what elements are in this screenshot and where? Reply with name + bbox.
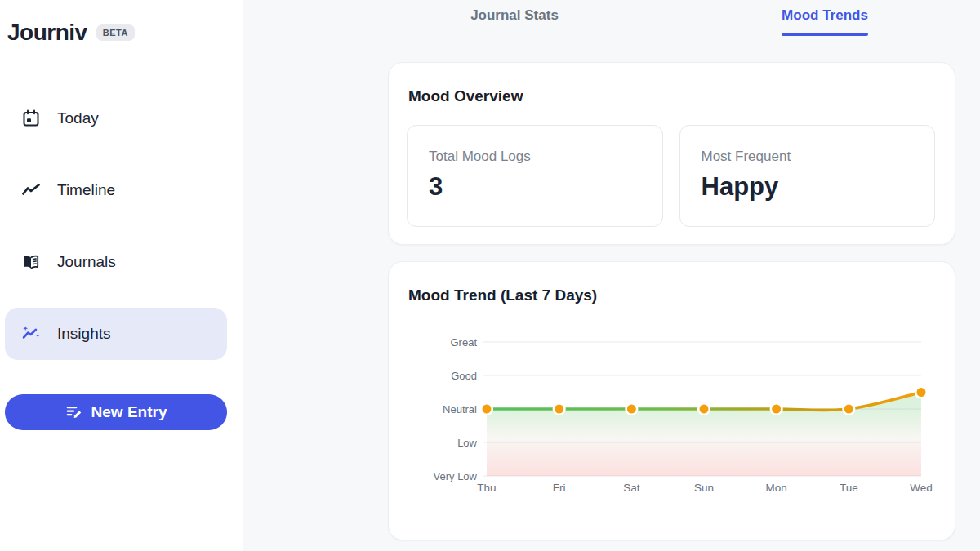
tab-mood-trends[interactable]: Mood Trends: [670, 0, 980, 42]
x-tick-label: Sun: [694, 482, 714, 494]
trend-point: [844, 403, 855, 415]
x-tick-label: Thu: [477, 482, 496, 494]
y-tick-label: Very Low: [434, 470, 478, 482]
x-tick-label: Tue: [840, 482, 858, 494]
trend-point: [481, 403, 492, 415]
tab-label: Mood Trends: [782, 7, 868, 24]
stat-value: 3: [429, 172, 662, 202]
stat-label: Most Frequent: [702, 149, 935, 165]
tab-bar: Journal Stats Mood Trends: [359, 0, 980, 42]
trend-point: [554, 403, 565, 415]
y-tick-label: Low: [457, 437, 477, 449]
sidebar: Journiv BETA Today Timeline: [0, 0, 243, 551]
main-content: Journal Stats Mood Trends Mood Overview …: [243, 0, 980, 551]
sidebar-item-label: Journals: [57, 253, 116, 271]
y-tick-label: Good: [451, 370, 477, 382]
sidebar-item-today[interactable]: Today: [5, 92, 227, 144]
mood-trend-chart: Very LowLowNeutralGoodGreatThuFriSatSunM…: [389, 262, 956, 541]
stat-total-mood-logs: Total Mood Logs 3: [407, 125, 663, 227]
sidebar-item-label: Timeline: [57, 181, 115, 199]
x-tick-label: Fri: [553, 482, 566, 494]
tab-active-underline: [782, 33, 868, 36]
mood-trend-card: Mood Trend (Last 7 Days) Very LowLowNeut…: [388, 261, 956, 540]
mood-overview-title: Mood Overview: [408, 87, 523, 105]
stats-row: Total Mood Logs 3 Most Frequent Happy: [407, 125, 935, 227]
stat-label: Total Mood Logs: [429, 149, 662, 165]
stat-most-frequent: Most Frequent Happy: [679, 125, 936, 227]
trend-point: [915, 387, 927, 398]
open-book-icon: [21, 252, 41, 272]
x-tick-label: Sat: [623, 482, 640, 494]
mood-overview-card: Mood Overview Total Mood Logs 3 Most Fre…: [388, 62, 956, 245]
logo-row: Journiv BETA: [7, 20, 135, 46]
trend-line-icon: [21, 180, 41, 200]
sidebar-item-label: Today: [57, 109, 99, 127]
trend-point: [698, 403, 710, 415]
tab-journal-stats[interactable]: Journal Stats: [359, 0, 670, 42]
tab-label: Journal Stats: [470, 7, 559, 24]
sidebar-item-label: Insights: [57, 325, 110, 343]
stat-value: Happy: [702, 172, 935, 202]
trend-point: [771, 403, 782, 415]
sidebar-item-journals[interactable]: Journals: [5, 236, 227, 288]
app-root: Journiv BETA Today Timeline: [0, 0, 980, 551]
y-tick-label: Neutral: [443, 403, 477, 415]
x-tick-label: Mon: [766, 482, 787, 494]
insights-sparkle-icon: [21, 324, 41, 344]
y-tick-label: Great: [450, 336, 477, 349]
calendar-icon: [21, 109, 41, 128]
beta-badge: BETA: [96, 24, 136, 41]
sidebar-item-timeline[interactable]: Timeline: [5, 164, 227, 216]
new-entry-label: New Entry: [91, 403, 167, 421]
sidebar-item-insights[interactable]: Insights: [5, 308, 227, 360]
app-logo: Journiv: [7, 20, 87, 46]
new-entry-button[interactable]: New Entry: [5, 394, 227, 430]
x-tick-label: Wed: [910, 482, 933, 494]
compose-icon: [65, 403, 83, 421]
trend-point: [626, 403, 638, 415]
